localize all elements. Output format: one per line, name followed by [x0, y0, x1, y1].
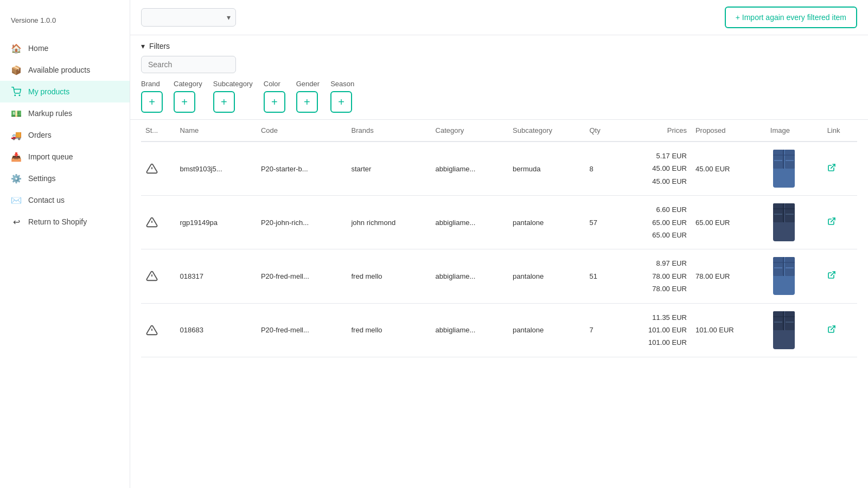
cell-code: P20-fred-mell...: [257, 303, 347, 357]
search-input[interactable]: [141, 56, 236, 73]
cell-code: P20-fred-mell...: [257, 249, 347, 303]
cell-proposed: 101.00 EUR: [691, 303, 766, 357]
external-link-icon[interactable]: [827, 164, 836, 174]
filters-header[interactable]: ▾ Filters: [141, 42, 857, 50]
svg-rect-26: [785, 257, 795, 276]
price-1: 6.60 EUR: [621, 203, 687, 216]
filter-brand-add-button[interactable]: +: [141, 91, 163, 113]
import-filtered-button[interactable]: + Import again every filtered item: [725, 7, 857, 28]
filter-gender: Gender +: [296, 80, 320, 113]
table-row: 018683 P20-fred-mell... fred mello abbig…: [141, 303, 857, 357]
cell-brand: john richmond: [347, 196, 431, 249]
cell-image: [766, 196, 823, 249]
filter-category-add-button[interactable]: +: [174, 91, 195, 113]
cell-subcategory: pantalone: [508, 303, 585, 357]
prices-list: 11.35 EUR 101.00 EUR 101.00 EUR: [621, 311, 687, 349]
cell-brand: fred mello: [347, 303, 431, 357]
sidebar-item-my-products[interactable]: My products: [0, 81, 130, 102]
sidebar-item-contact-us[interactable]: ✉️ Contact us: [0, 189, 130, 211]
filter-gender-add-button[interactable]: +: [296, 91, 318, 113]
filter-season-add-button[interactable]: +: [330, 91, 352, 113]
col-prices: Prices: [616, 120, 691, 142]
warning-icon: [145, 216, 158, 229]
truck-icon: 🚚: [11, 130, 22, 140]
filter-row: Brand + Category + Subcategory + Color +…: [141, 80, 857, 113]
sidebar-item-orders[interactable]: 🚚 Orders: [0, 124, 130, 146]
table-row: rgp19149pa P20-john-rich... john richmon…: [141, 196, 857, 249]
external-link-icon[interactable]: [827, 272, 836, 281]
filter-season: Season +: [330, 80, 354, 113]
svg-line-21: [831, 218, 834, 222]
cell-image: [766, 249, 823, 303]
filter-color-label: Color: [264, 80, 285, 88]
filter-subcategory: Subcategory +: [213, 80, 253, 113]
cell-link[interactable]: [823, 249, 857, 303]
mail-icon: ✉️: [11, 195, 22, 206]
money-icon: 💵: [11, 108, 22, 119]
cell-subcategory: bermuda: [508, 142, 585, 196]
sidebar-item-label: Settings: [28, 174, 56, 183]
sidebar-item-settings[interactable]: ⚙️ Settings: [0, 168, 130, 189]
cell-prices: 8.97 EUR 78.00 EUR 78.00 EUR: [616, 249, 691, 303]
svg-rect-25: [773, 257, 783, 276]
price-3: 78.00 EUR: [621, 282, 687, 295]
cell-name: bmst9103j5...: [176, 142, 257, 196]
cell-qty: 8: [585, 142, 616, 196]
svg-rect-15: [773, 203, 783, 222]
filter-category-label: Category: [174, 80, 202, 88]
home-icon: 🏠: [11, 43, 22, 54]
filter-brand-label: Brand: [141, 80, 163, 88]
sidebar-item-import-queue[interactable]: 📥 Import queue: [0, 146, 130, 168]
cell-image: [766, 142, 823, 196]
cell-prices: 11.35 EUR 101.00 EUR 101.00 EUR: [616, 303, 691, 357]
cell-prices: 6.60 EUR 65.00 EUR 65.00 EUR: [616, 196, 691, 249]
filter-select[interactable]: [141, 8, 236, 27]
sidebar-item-available-products[interactable]: 📦 Available products: [0, 59, 130, 81]
cell-qty: 51: [585, 249, 616, 303]
cell-name: 018683: [176, 303, 257, 357]
sidebar-item-home[interactable]: 🏠 Home: [0, 37, 130, 59]
version-label: Versione 1.0.0: [0, 11, 130, 37]
external-link-icon[interactable]: [827, 218, 836, 227]
sidebar-item-return-shopify[interactable]: ↩ Return to Shopify: [0, 211, 130, 233]
filters-label: Filters: [149, 42, 170, 50]
col-qty: Qty: [585, 120, 616, 142]
prices-list: 6.60 EUR 65.00 EUR 65.00 EUR: [621, 203, 687, 241]
sidebar-item-label: Home: [28, 44, 48, 53]
sidebar-item-label: My products: [28, 87, 69, 96]
prices-list: 5.17 EUR 45.00 EUR 45.00 EUR: [621, 150, 687, 188]
filter-category: Category +: [174, 80, 202, 113]
cell-code: P20-john-rich...: [257, 196, 347, 249]
cell-status: [141, 196, 176, 249]
filter-brand: Brand +: [141, 80, 163, 113]
svg-point-1: [19, 95, 20, 96]
col-category: Category: [431, 120, 509, 142]
cell-link[interactable]: [823, 196, 857, 249]
cell-link[interactable]: [823, 142, 857, 196]
table-row: bmst9103j5... P20-starter-b... starter a…: [141, 142, 857, 196]
price-1: 8.97 EUR: [621, 257, 687, 269]
external-link-icon[interactable]: [827, 326, 836, 335]
filter-subcategory-add-button[interactable]: +: [213, 91, 235, 113]
sidebar-item-markup-rules[interactable]: 💵 Markup rules: [0, 102, 130, 124]
filters-section: ▾ Filters Brand + Category + Subcategory…: [130, 35, 868, 120]
sidebar-item-label: Return to Shopify: [28, 217, 87, 226]
cell-link[interactable]: [823, 303, 857, 357]
cell-status: [141, 142, 176, 196]
filter-color-add-button[interactable]: +: [264, 91, 285, 113]
svg-line-31: [831, 272, 834, 275]
cell-name: 018317: [176, 249, 257, 303]
cell-category: abbigliame...: [431, 249, 509, 303]
table-row: 018317 P20-fred-mell... fred mello abbig…: [141, 249, 857, 303]
warning-icon: [145, 162, 158, 175]
col-link: Link: [823, 120, 857, 142]
sidebar-item-label: Available products: [28, 66, 90, 74]
cell-code: P20-starter-b...: [257, 142, 347, 196]
col-status: St...: [141, 120, 176, 142]
cell-qty: 57: [585, 196, 616, 249]
prices-list: 8.97 EUR 78.00 EUR 78.00 EUR: [621, 257, 687, 295]
svg-rect-35: [773, 311, 783, 330]
cell-name: rgp19149pa: [176, 196, 257, 249]
col-proposed: Proposed: [691, 120, 766, 142]
product-image: [770, 311, 797, 349]
